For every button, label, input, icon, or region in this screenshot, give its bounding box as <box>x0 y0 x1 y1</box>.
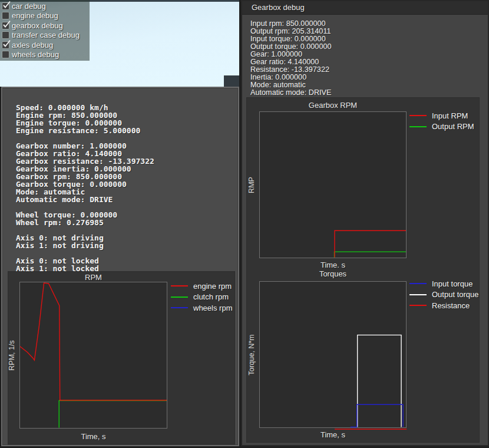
gearbox-panel-titlebar[interactable]: Gearbox debug <box>242 1 488 15</box>
chart-y-axis-label: Torque, N*m <box>246 281 257 428</box>
legend-label: Resistance <box>432 301 470 310</box>
gearbox-chart-widget: Gearbox RPMRMPInput RPMOutput RPMTime. s… <box>247 98 479 442</box>
car-debug-text-line: Wheel rpm: 0.276985 <box>16 219 154 227</box>
legend-swatch <box>171 307 188 308</box>
debug-menu-item[interactable]: wheels debug <box>2 50 90 60</box>
legend-swatch <box>409 283 427 284</box>
legend-swatch <box>409 115 427 116</box>
gearbox-debug-panel: Gearbox debug Input rpm: 850.000000Outpu… <box>241 0 489 446</box>
chart-x-axis-label: Time, s <box>259 430 407 439</box>
checkmark-icon <box>2 39 11 49</box>
debug-menu-item-label: car debug <box>12 2 46 11</box>
series-line-input-rpm <box>335 230 406 257</box>
legend-item: Resistance <box>409 300 479 311</box>
debug-menu-item-label: gearbox debug <box>12 21 63 30</box>
series-line-clutch-rpm <box>59 401 167 428</box>
car-debug-text-line: Engine resistance: 5.000000 <box>16 127 154 135</box>
debug-menu-item-label: wheels debug <box>12 50 59 59</box>
debug-menu-item-label: transfer case debug <box>12 31 80 39</box>
legend-item: engine rpm <box>171 281 232 292</box>
legend-label: Output torque <box>432 290 479 299</box>
debug-menu-item[interactable]: gearbox debug <box>2 21 90 31</box>
gearbox-panel-title: Gearbox debug <box>252 1 488 14</box>
chart-y-axis-label: RMP <box>246 111 257 258</box>
checkbox-checked-icon[interactable] <box>2 41 9 49</box>
checkbox-checked-icon[interactable] <box>2 2 9 10</box>
legend-swatch <box>171 297 188 298</box>
rpm-chart: RPMRPM, 1/sengine rpmclutch rpmwheels rp… <box>8 272 234 444</box>
game-scene: car debugengine debuggearbox debugtransf… <box>0 0 239 87</box>
checkmark-icon <box>2 20 11 29</box>
chart-legend: Input RPMOutput RPM <box>409 110 474 132</box>
legend-item: Output RPM <box>409 121 474 133</box>
torques-chart: TorquesTorque, N*mInput torqueOutput tor… <box>247 266 479 442</box>
legend-item: Input RPM <box>409 110 474 121</box>
car-debug-text: Speed: 0.000000 km/hEngine rpm: 850.0000… <box>16 104 154 273</box>
series-line-output-rpm <box>334 252 406 257</box>
checkbox-unchecked-icon[interactable] <box>2 12 9 19</box>
legend-swatch <box>409 305 427 306</box>
car-debug-text-line: Automatic mode: DRIVE <box>16 196 154 204</box>
legend-label: Input RPM <box>432 111 468 120</box>
chart-title: Torques <box>259 269 407 278</box>
legend-item: wheels rpm <box>171 302 232 314</box>
chart-title: RPM <box>19 273 167 282</box>
legend-swatch <box>409 126 427 127</box>
debug-menu-item[interactable]: car debug <box>2 1 90 11</box>
chart-plot-area <box>19 282 167 429</box>
checkbox-unchecked-icon[interactable] <box>2 31 9 39</box>
legend-label: Input torque <box>432 279 473 288</box>
debug-menu-item[interactable]: axles debug <box>2 40 90 50</box>
series-line-input-torque <box>351 404 403 427</box>
legend-label: Output RPM <box>432 122 474 131</box>
legend-swatch <box>171 285 188 286</box>
car-debug-text-line: Axis 1: not driving <box>16 242 154 250</box>
gearbox-debug-text: Input rpm: 850.000000Output rpm: 205.314… <box>250 20 332 97</box>
chart-legend: engine rpmclutch rpmwheels rpm <box>171 281 232 314</box>
checkbox-checked-icon[interactable] <box>2 22 9 29</box>
legend-item: Input torque <box>409 278 479 289</box>
legend-item: Output torque <box>409 289 479 301</box>
gearbox-rpm-chart: Gearbox RPMRMPInput RPMOutput RPMTime. s <box>247 98 479 266</box>
debug-menu-panel: car debugengine debuggearbox debugtransf… <box>0 0 90 61</box>
debug-menu-item[interactable]: transfer case debug <box>2 31 90 41</box>
car-debug-panel: Speed: 0.000000 km/hEngine rpm: 850.0000… <box>1 87 239 446</box>
series-line-engine-rpm <box>20 283 167 400</box>
checkbox-unchecked-icon[interactable] <box>2 51 9 58</box>
debug-menu-item-label: axles debug <box>12 41 53 50</box>
app-window: car debugengine debuggearbox debugtransf… <box>0 0 489 448</box>
legend-label: engine rpm <box>193 282 232 291</box>
chart-x-axis-label: Time, s <box>19 432 167 441</box>
checkmark-icon <box>2 1 11 10</box>
debug-menu-item-label: engine debug <box>12 11 58 20</box>
debug-menu-item[interactable]: engine debug <box>2 11 90 21</box>
series-line-output-torque <box>358 335 401 427</box>
scene-distant-object <box>224 75 239 87</box>
gearbox-debug-text-line: Automatic mode: DRIVE <box>250 89 332 97</box>
chart-title: Gearbox RPM <box>259 101 407 110</box>
legend-label: clutch rpm <box>193 292 229 301</box>
chart-plot-area <box>259 281 407 428</box>
chart-y-axis-label: RPM, 1/s <box>6 282 17 429</box>
legend-label: wheels rpm <box>193 304 232 312</box>
chart-plot-area <box>259 111 407 258</box>
chart-legend: Input torqueOutput torqueResistance <box>409 278 479 311</box>
legend-item: clutch rpm <box>171 292 232 303</box>
legend-swatch <box>409 294 427 295</box>
